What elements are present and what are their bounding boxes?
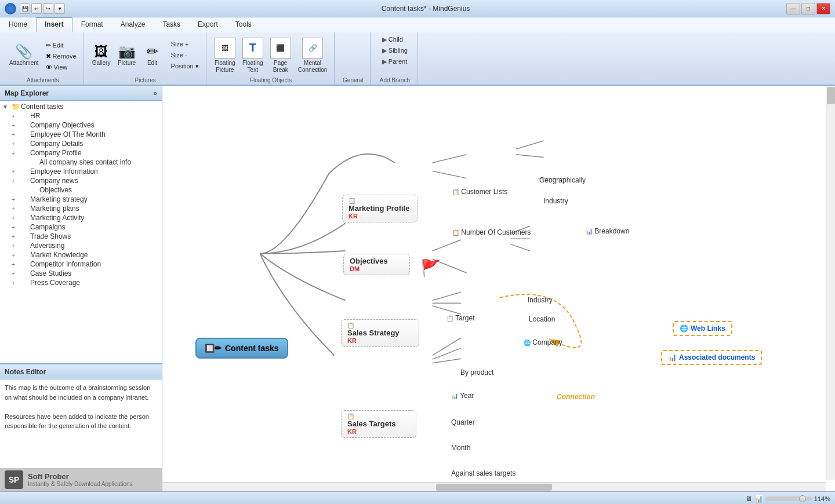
position-button[interactable]: Position ▾	[169, 61, 201, 71]
tab-format[interactable]: Format	[72, 17, 112, 32]
node-sales-targets[interactable]: 📋 Sales Targets KR	[341, 410, 416, 438]
notes-editor-content[interactable]: This map is the outcome of a brainstormi…	[0, 379, 162, 468]
tree-item-market-knowledge[interactable]: + Market Knowledge	[0, 250, 162, 260]
parent-button[interactable]: ▶ Parent	[380, 57, 409, 67]
node-objectives[interactable]: Objectives DM	[343, 254, 410, 275]
tab-insert[interactable]: Insert	[36, 17, 72, 32]
mindmap-canvas[interactable]: 🔲✏ Content tasks 📋 Marketing Profile KR …	[162, 86, 826, 482]
tree-item-all-company-sites[interactable]: All company sites contact info	[0, 158, 162, 167]
sidebar-collapse-button[interactable]: »	[153, 89, 157, 97]
save-quick-btn[interactable]: 💾	[20, 3, 30, 14]
tree-item-competitor-information[interactable]: + Competitor Information	[0, 260, 162, 269]
tab-home[interactable]: Home	[0, 17, 36, 32]
node-by-product[interactable]: By product	[455, 366, 499, 379]
node-web-links[interactable]: 🌐 Web Links	[673, 321, 732, 336]
tree-toggle-company-details[interactable]: +	[12, 141, 21, 147]
tree-toggle-competitor-information[interactable]: +	[12, 261, 21, 268]
node-industry-1[interactable]: Industry	[538, 195, 574, 207]
tree-toggle-marketing-strategy[interactable]: +	[12, 196, 21, 203]
view-attachment-button[interactable]: 👁 View	[43, 63, 79, 72]
node-location[interactable]: Location	[523, 313, 561, 326]
tree-item-advertising[interactable]: + Advertising	[0, 241, 162, 250]
tree-item-hr[interactable]: + HR	[0, 111, 162, 120]
vertical-scrollbar[interactable]	[826, 86, 835, 480]
tree-item-content-tasks[interactable]: ▼ 📁 Content tasks	[0, 102, 162, 111]
ribbon: Home Insert Format Analyze Tasks Export …	[0, 17, 835, 86]
zoom-thumb[interactable]	[799, 495, 806, 502]
map-explorer-tree[interactable]: ▼ 📁 Content tasks + HR + Company Objecti…	[0, 101, 162, 364]
edit-attachment-button[interactable]: ✏ Edit	[43, 41, 79, 50]
tree-item-case-studies[interactable]: + Case Studies	[0, 269, 162, 278]
tab-tools[interactable]: Tools	[227, 17, 260, 32]
tree-item-employee-of-month[interactable]: + Employee Of The Month	[0, 130, 162, 139]
node-sales-strategy[interactable]: 📋 Sales Strategy KR	[341, 319, 419, 347]
node-geographically[interactable]: Geographically	[533, 174, 591, 187]
tree-toggle-trade-shows[interactable]: +	[12, 233, 21, 240]
node-number-of-customers[interactable]: 📋 Number Of Customers	[446, 226, 536, 239]
node-year-1[interactable]: 📊 Year	[445, 389, 480, 402]
tab-tasks[interactable]: Tasks	[154, 17, 189, 32]
tree-item-employee-information[interactable]: + Employee Information	[0, 167, 162, 176]
tree-toggle-content-tasks[interactable]: ▼	[2, 104, 12, 110]
node-breakdown[interactable]: 📊 Breakdown	[580, 225, 635, 238]
node-target[interactable]: 📋 Target	[441, 312, 480, 324]
node-associated-docs[interactable]: 📊 Associated documents	[661, 350, 762, 365]
size-plus-button[interactable]: Size +	[169, 39, 201, 49]
remove-attachment-button[interactable]: ✖ Remove	[43, 52, 79, 61]
tree-item-objectives[interactable]: Objectives	[0, 185, 162, 195]
tree-item-press-coverage[interactable]: + Press Coverage	[0, 278, 162, 287]
tree-toggle-advertising[interactable]: +	[12, 243, 21, 249]
gallery-button[interactable]: 🖼 Gallery	[90, 43, 113, 68]
tree-item-campaigns[interactable]: + Campaigns	[0, 222, 162, 232]
tree-toggle-market-knowledge[interactable]: +	[12, 252, 21, 258]
floating-picture-button[interactable]: 🖼 FloatingPicture	[212, 36, 238, 75]
node-month[interactable]: Month	[445, 441, 476, 454]
tree-toggle-marketing-activity[interactable]: +	[12, 215, 21, 221]
tree-item-company-objectives[interactable]: + Company Objectives	[0, 120, 162, 130]
node-industry-2[interactable]: Industry	[522, 294, 558, 306]
attachment-button[interactable]: 📎 Attachment	[7, 43, 41, 68]
tree-item-marketing-activity[interactable]: + Marketing Activity	[0, 213, 162, 222]
tab-export[interactable]: Export	[189, 17, 227, 32]
tree-item-company-profile[interactable]: + Company Profile	[0, 148, 162, 158]
tree-item-trade-shows[interactable]: + Trade Shows	[0, 232, 162, 241]
mental-connection-button[interactable]: 🔗 MentalConnection	[296, 36, 330, 75]
tree-toggle-company-objectives[interactable]: +	[12, 122, 21, 129]
undo-quick-btn[interactable]: ↩	[31, 3, 42, 14]
minimize-btn[interactable]: —	[786, 3, 800, 14]
tree-toggle-press-coverage[interactable]: +	[12, 280, 21, 286]
maximize-btn[interactable]: □	[801, 3, 815, 14]
root-node[interactable]: 🔲✏ Content tasks	[195, 338, 288, 359]
node-against-sales-targets[interactable]: Against sales targets	[445, 467, 521, 480]
tree-toggle-company-profile[interactable]: +	[12, 150, 21, 156]
node-quarter-1[interactable]: Quarter	[445, 416, 481, 429]
floating-text-button[interactable]: T FloatingText	[240, 36, 266, 75]
tree-item-company-news[interactable]: + Company news	[0, 176, 162, 185]
tree-item-marketing-plans[interactable]: + Marketing plans	[0, 204, 162, 213]
close-btn[interactable]: ✕	[816, 3, 830, 14]
node-marketing-profile[interactable]: 📋 Marketing Profile KR	[342, 195, 418, 222]
tree-toggle-employee-of-month[interactable]: +	[12, 132, 21, 138]
tree-item-marketing-strategy[interactable]: + Marketing strategy	[0, 195, 162, 204]
node-customer-lists[interactable]: 📋 Customer Lists	[446, 185, 513, 198]
more-quick-btn[interactable]: ▾	[55, 3, 65, 14]
page-break-button[interactable]: ⬛ PageBreak	[268, 36, 293, 75]
tree-toggle-marketing-plans[interactable]: +	[12, 206, 21, 212]
tree-toggle-company-news[interactable]: +	[12, 178, 21, 184]
canvas-area[interactable]: 🔲✏ Content tasks 📋 Marketing Profile KR …	[162, 86, 835, 491]
tree-toggle-employee-information[interactable]: +	[12, 169, 21, 175]
tree-item-company-details[interactable]: + Company Details	[0, 139, 162, 148]
sibling-button[interactable]: ▶ Sibling	[380, 46, 410, 56]
zoom-slider[interactable]	[765, 496, 812, 501]
horizontal-scrollbar[interactable]	[162, 482, 826, 491]
node-company[interactable]: 🌐 Company	[518, 336, 568, 349]
edit-picture-button[interactable]: ✏ Edit	[141, 43, 164, 68]
tab-analyze[interactable]: Analyze	[112, 17, 154, 32]
tree-toggle-hr[interactable]: +	[12, 113, 21, 119]
tree-toggle-campaigns[interactable]: +	[12, 224, 21, 231]
picture-button[interactable]: 📷 Picture	[115, 43, 139, 68]
redo-quick-btn[interactable]: ↪	[43, 3, 53, 14]
size-minus-button[interactable]: Size -	[169, 50, 201, 60]
tree-toggle-case-studies[interactable]: +	[12, 271, 21, 277]
child-button[interactable]: ▶ Child	[380, 35, 405, 45]
